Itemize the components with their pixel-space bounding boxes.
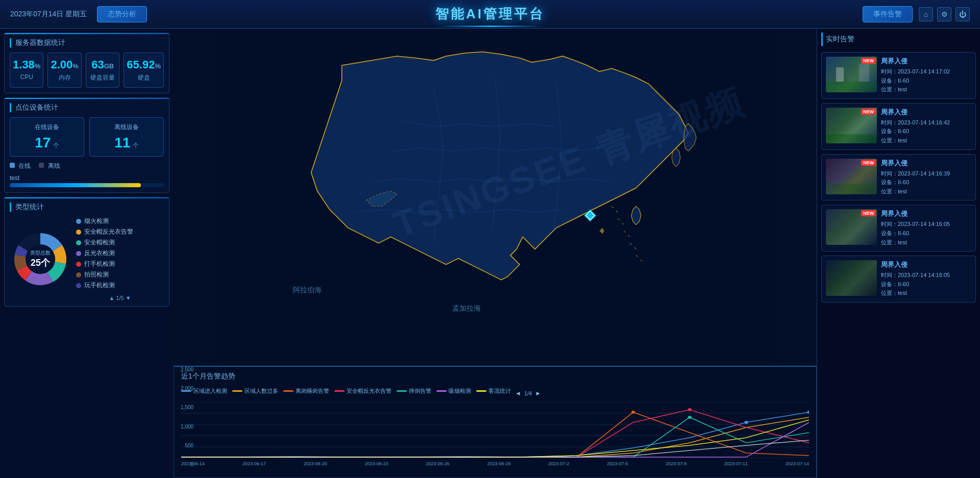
header-icons: ⌂ ⚙ ⏻: [919, 7, 970, 21]
device-stats-title: 点位设备统计: [10, 103, 164, 112]
alert-type: 周界入侵: [881, 159, 971, 168]
prev-page-icon[interactable]: ◄: [515, 390, 521, 397]
disk-size-value: 63GB: [89, 58, 116, 71]
progress-label: test: [10, 174, 164, 182]
offline-devices: 离线设备 11 个: [89, 117, 164, 157]
power-icon[interactable]: ⏻: [955, 7, 970, 21]
legend-item: 吸烟检测: [436, 387, 471, 395]
device-stats-grid: 在线设备 17 个 离线设备 11 个: [10, 117, 164, 157]
svg-point-21: [688, 408, 692, 411]
progress-bar: [10, 183, 164, 187]
alert-card: NEW 周界入侵 时间：2023-07-14 14:16:39 设备：II-60…: [821, 154, 976, 201]
alert-thumbnail: NEW: [826, 57, 877, 92]
header-date: 2023年07月14日 星期五: [10, 10, 87, 19]
alert-info: 周界入侵 时间：2023-07-14 14:17:02 设备：II-60 位置：…: [881, 57, 971, 94]
header-right: 事件告警 ⌂ ⚙ ⏻: [863, 6, 970, 22]
header-left: 2023年07月14日 星期五 态势分析: [10, 6, 147, 22]
server-stats-section: 服务器数据统计 1.38% CPU 2.00% 内存 63GB: [4, 33, 169, 93]
alert-card: NEW 周界入侵 时间：2023-07-14 14:17:02 设备：II-60…: [821, 52, 976, 99]
alert-meta: 时间：2023-07-14 14:16:05 设备：II-60 位置：test: [881, 220, 971, 247]
chart-svg: [181, 402, 809, 458]
alert-thumbnail: NEW: [826, 159, 877, 194]
new-badge: NEW: [861, 210, 876, 216]
disk-size-label: 硬盘容量: [89, 73, 116, 82]
donut-chart: 类型总数 25个: [10, 229, 71, 290]
page-title: 智能AI管理平台: [435, 5, 545, 23]
server-stats-title: 服务器数据统计: [10, 38, 164, 47]
memory-value: 2.00%: [51, 58, 78, 71]
cpu-label: CPU: [13, 73, 40, 81]
list-item: 拍照检测: [76, 270, 164, 279]
memory-stat: 2.00% 内存: [47, 53, 81, 88]
new-badge: NEW: [861, 109, 876, 115]
alert-meta: 时间：2023-07-14 14:16:42 设备：II-60 位置：test: [881, 118, 971, 145]
type-pagination[interactable]: ▲ 1/5 ▼: [76, 295, 164, 301]
svg-text:孟加拉海: 孟加拉海: [452, 304, 481, 312]
type-stats-title: 类型统计: [10, 203, 164, 212]
donut-label: 类型总数: [30, 249, 51, 257]
cpu-value: 1.38%: [13, 58, 40, 71]
legend-item: 离岗睡岗告警: [283, 387, 329, 395]
alert-thumbnail: [826, 260, 877, 296]
new-badge: NEW: [861, 58, 876, 64]
device-stats-section: 点位设备统计 在线设备 17 个 离线设备 11 个: [4, 97, 169, 193]
next-page-icon[interactable]: ►: [535, 390, 541, 397]
alert-image: NEW: [826, 209, 877, 245]
offline-legend: 离线: [39, 162, 60, 170]
home-icon[interactable]: ⌂: [919, 7, 933, 21]
disk-value: 65.92%: [127, 58, 161, 71]
alert-thumbnail: NEW: [826, 108, 877, 143]
analysis-button[interactable]: 态势分析: [97, 6, 147, 22]
main-content: 服务器数据统计 1.38% CPU 2.00% 内存 63GB: [0, 29, 980, 478]
alert-image: NEW: [826, 108, 877, 143]
online-label: 在线设备: [15, 123, 79, 132]
alert-type: 周界入侵: [881, 260, 971, 269]
alert-info: 周界入侵 时间：2023-07-14 14:16:05 设备：II-60 位置：…: [881, 260, 971, 298]
svg-point-23: [688, 416, 692, 419]
alert-thumbnail: NEW: [826, 209, 877, 245]
left-panel: 服务器数据统计 1.38% CPU 2.00% 内存 63GB: [0, 29, 174, 478]
alert-button[interactable]: 事件告警: [863, 6, 913, 22]
alert-meta: 时间：2023-07-14 14:16:05 设备：II-60 位置：test: [881, 271, 971, 298]
alert-type: 周界入侵: [881, 209, 971, 218]
disk-stat: 65.92% 硬盘: [124, 53, 164, 88]
realtime-alert-title: 实时告警: [821, 33, 976, 46]
map-area: 阿拉伯海 孟加拉海 TSINGSEE 青犀视频 近1个月告警趋势 区域进入检测: [174, 29, 817, 478]
list-item: 打手机检测: [76, 260, 164, 268]
online-legend: 在线: [10, 162, 31, 170]
disk-label: 硬盘: [127, 73, 161, 82]
x-axis-labels: 2023-06-14 2023-06-17 2023-06-20 2023-06…: [181, 461, 809, 466]
alert-info: 周界入侵 时间：2023-07-14 14:16:05 设备：II-60 位置：…: [881, 209, 971, 247]
alert-card: 周界入侵 时间：2023-07-14 14:16:05 设备：II-60 位置：…: [821, 256, 976, 303]
progress-fill: [10, 183, 141, 187]
trend-chart: 近1个月告警趋势 区域进入检测 区域人数过多 离岗睡岗告警: [174, 366, 817, 478]
legend-item: 区域人数过多: [232, 387, 278, 395]
alert-image: [826, 260, 877, 296]
cpu-stat: 1.38% CPU: [10, 53, 43, 88]
legend-item: 摔倒告警: [397, 387, 431, 395]
chart-pagination[interactable]: ◄ 1/4 ►: [515, 390, 541, 397]
type-list: 烟火检测 安全帽反光衣告警 安全帽检测 反光衣检测: [76, 217, 164, 301]
online-devices: 在线设备 17 个: [10, 117, 84, 157]
header: 2023年07月14日 星期五 态势分析 智能AI管理平台 事件告警 ⌂ ⚙ ⏻: [0, 0, 980, 29]
alert-meta: 时间：2023-07-14 14:17:02 设备：II-60 位置：test: [881, 67, 971, 94]
progress-container: test: [10, 174, 164, 187]
type-stats-section: 类型统计 类型总数: [4, 197, 169, 307]
alert-image: NEW: [826, 57, 877, 92]
list-item: 烟火检测: [76, 217, 164, 225]
new-badge: NEW: [861, 160, 876, 166]
list-item: 玩手机检测: [76, 281, 164, 290]
type-stats-content: 类型总数 25个 烟火检测 安全帽反光衣告警 安全帽检测: [10, 217, 164, 301]
legend-item: 安全帽反光衣告警: [334, 387, 391, 395]
svg-text:阿拉伯海: 阿拉伯海: [293, 286, 322, 294]
china-map: 阿拉伯海 孟加拉海: [174, 29, 817, 366]
disk-size-stat: 63GB 硬盘容量: [86, 53, 119, 88]
settings-icon[interactable]: ⚙: [937, 7, 951, 21]
donut-value: 25个: [30, 257, 51, 269]
offline-count: 11 个: [95, 135, 158, 151]
alert-type: 周界入侵: [881, 57, 971, 66]
alert-info: 周界入侵 时间：2023-07-14 14:16:42 设备：II-60 位置：…: [881, 108, 971, 145]
alert-image: NEW: [826, 159, 877, 194]
list-item: 安全帽反光衣告警: [76, 228, 164, 236]
alert-info: 周界入侵 时间：2023-07-14 14:16:39 设备：II-60 位置：…: [881, 159, 971, 196]
